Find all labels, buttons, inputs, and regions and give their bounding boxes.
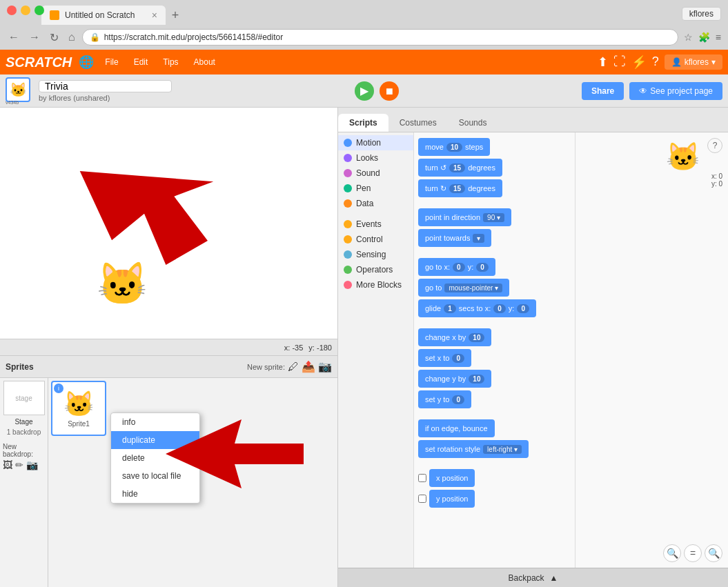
- y-position-checkbox[interactable]: [418, 495, 426, 503]
- block-set-y[interactable]: set y to 0: [418, 390, 471, 408]
- sprite-info-badge[interactable]: i: [54, 384, 63, 393]
- user-menu-button[interactable]: 👤 kflores ▾: [665, 54, 722, 70]
- x-position-checkbox[interactable]: [418, 474, 426, 482]
- sensing-dot: [344, 250, 352, 259]
- extensions-icon[interactable]: 🧩: [697, 30, 711, 44]
- share-button[interactable]: Share: [582, 82, 624, 100]
- category-events[interactable]: Events: [338, 217, 413, 232]
- block-turn-left[interactable]: turn ↺ 15 degrees: [418, 159, 502, 177]
- block-move[interactable]: move 10 steps: [418, 138, 490, 156]
- camera-backdrop-icon[interactable]: 📷: [26, 459, 38, 470]
- upload-backdrop-icon[interactable]: ✏: [15, 459, 23, 470]
- see-project-button[interactable]: 👁 See project page: [629, 82, 722, 100]
- turbo-icon[interactable]: ⚡: [631, 54, 647, 70]
- menu-tips[interactable]: Tips: [159, 57, 182, 67]
- category-more-blocks[interactable]: More Blocks: [338, 277, 413, 292]
- blocks-list: move 10 steps turn ↺ 15 degrees turn ↻: [414, 132, 575, 568]
- sprite-item[interactable]: i 🐱 Sprite1: [51, 381, 106, 436]
- block-y-position[interactable]: y position: [429, 490, 475, 508]
- new-tab-button[interactable]: +: [166, 6, 185, 25]
- context-menu-info[interactable]: info: [111, 413, 199, 431]
- category-motion[interactable]: Motion: [338, 135, 413, 150]
- context-menu-duplicate[interactable]: duplicate: [111, 431, 199, 449]
- menu-about[interactable]: About: [190, 57, 219, 67]
- block-point-towards[interactable]: point towards ▾: [418, 229, 491, 247]
- minimize-button[interactable]: [21, 6, 30, 15]
- user-avatar-icon: 👤: [671, 57, 682, 67]
- upload-sprite-icon[interactable]: 📤: [302, 360, 315, 373]
- sprite-name: Sprite1: [68, 420, 90, 428]
- block-turn-right[interactable]: turn ↻ 15 degrees: [418, 179, 502, 197]
- traffic-lights[interactable]: [7, 6, 44, 15]
- category-sound-label: Sound: [356, 168, 380, 178]
- cat-script-thumbnail: 🐱: [666, 141, 700, 173]
- zoom-controls: 🔍 = 🔍: [663, 544, 722, 562]
- menu-file[interactable]: File: [101, 57, 122, 67]
- project-title-input[interactable]: [39, 80, 172, 92]
- category-sensing[interactable]: Sensing: [338, 247, 413, 262]
- script-y-label: y: 0: [711, 180, 722, 188]
- menu-edit[interactable]: Edit: [130, 57, 153, 67]
- tab-costumes[interactable]: Costumes: [388, 114, 448, 132]
- address-bar[interactable]: 🔒 https://scratch.mit.edu/projects/56614…: [82, 29, 678, 46]
- backpack-bar[interactable]: Backpack ▲: [338, 568, 728, 587]
- close-button[interactable]: [7, 6, 17, 15]
- forward-button[interactable]: →: [26, 31, 43, 43]
- zoom-out-button[interactable]: 🔍: [705, 544, 722, 562]
- bookmark-star-icon[interactable]: ☆: [682, 30, 694, 44]
- cat-sprite: 🐱: [97, 259, 148, 308]
- category-control[interactable]: Control: [338, 232, 413, 247]
- tab-title: Untitled on Scratch: [65, 10, 135, 20]
- back-button[interactable]: ←: [6, 31, 22, 43]
- paint-new-sprite-icon[interactable]: 🖊: [288, 361, 299, 373]
- camera-sprite-icon[interactable]: 📷: [318, 360, 332, 373]
- tab-close-icon[interactable]: ×: [152, 10, 157, 21]
- maximize-button[interactable]: [35, 6, 44, 15]
- block-bounce[interactable]: if on edge, bounce: [418, 419, 495, 437]
- browser-tab[interactable]: Untitled on Scratch ×: [41, 6, 166, 25]
- menu-icon[interactable]: ≡: [714, 30, 722, 44]
- tab-scripts[interactable]: Scripts: [338, 114, 388, 132]
- block-glide[interactable]: glide 1 secs to x: 0 y: 0: [418, 299, 536, 317]
- upload-icon[interactable]: ⬆: [598, 54, 608, 70]
- block-x-position-row: x position: [418, 469, 571, 487]
- block-goto-xy[interactable]: go to x: 0 y: 0: [418, 258, 495, 276]
- context-menu-delete[interactable]: delete: [111, 449, 199, 467]
- category-looks[interactable]: Looks: [338, 150, 413, 166]
- category-operators[interactable]: Operators: [338, 262, 413, 277]
- globe-icon[interactable]: 🌐: [79, 54, 94, 70]
- context-menu-hide[interactable]: hide: [111, 485, 199, 503]
- zoom-reset-button[interactable]: =: [684, 544, 702, 562]
- category-operators-label: Operators: [356, 265, 393, 275]
- category-sound[interactable]: Sound: [338, 166, 413, 181]
- block-set-x[interactable]: set x to 0: [418, 349, 471, 367]
- tab-favicon-icon: [50, 10, 59, 20]
- new-sprite-label: New sprite:: [247, 363, 285, 371]
- xy-display: x: 0 y: 0: [711, 172, 722, 188]
- refresh-button[interactable]: ↻: [47, 31, 61, 44]
- block-rotation-style[interactable]: set rotation style left-right ▾: [418, 440, 529, 458]
- home-button[interactable]: ⌂: [66, 31, 78, 43]
- stage-label: Stage: [14, 418, 32, 426]
- fullscreen-icon[interactable]: ⛶: [613, 54, 626, 70]
- paint-backdrop-icon[interactable]: 🖼: [3, 459, 12, 470]
- block-goto-target[interactable]: go to mouse-pointer ▾: [418, 279, 509, 297]
- tab-sounds[interactable]: Sounds: [448, 114, 498, 132]
- backpack-arrow-icon: ▲: [550, 573, 558, 583]
- block-change-x[interactable]: change x by 10: [418, 328, 491, 346]
- block-point-direction[interactable]: point in direction 90 ▾: [418, 208, 511, 226]
- stop-button[interactable]: ⏹: [380, 81, 399, 101]
- help-button[interactable]: ?: [707, 138, 722, 153]
- browser-user-label: kflores: [682, 7, 721, 21]
- zoom-in-button[interactable]: 🔍: [663, 544, 681, 562]
- green-flag-button[interactable]: ▶: [355, 81, 374, 101]
- category-sensing-label: Sensing: [356, 250, 386, 259]
- context-menu-save[interactable]: save to local file: [111, 467, 199, 485]
- block-x-position[interactable]: x position: [429, 469, 475, 487]
- category-pen[interactable]: Pen: [338, 181, 413, 196]
- category-data[interactable]: Data: [338, 196, 413, 211]
- stage-thumbnail[interactable]: stage: [3, 381, 45, 415]
- help-menu-icon[interactable]: ?: [652, 54, 659, 70]
- category-events-label: Events: [356, 219, 382, 229]
- block-change-y[interactable]: change y by 10: [418, 370, 491, 388]
